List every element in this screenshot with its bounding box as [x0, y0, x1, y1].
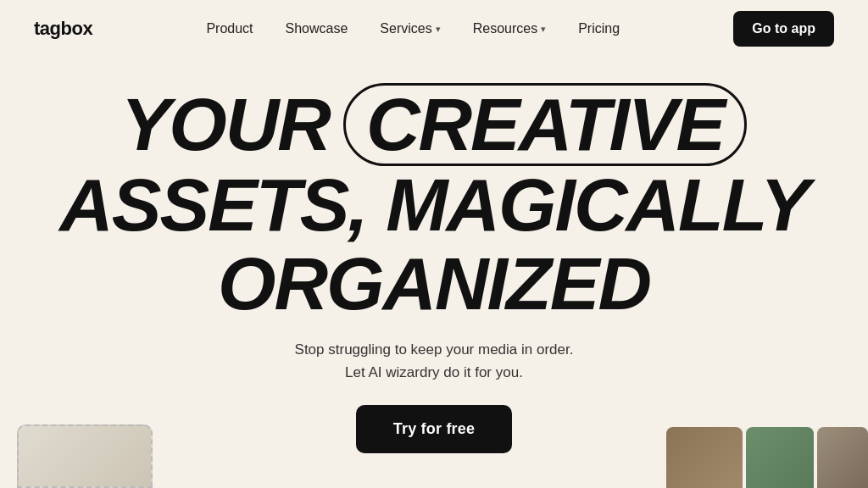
hero-title-word-your: YOUR	[121, 86, 330, 164]
chevron-down-icon: ▾	[436, 24, 441, 35]
nav-item-pricing[interactable]: Pricing	[566, 14, 632, 43]
nav-links: Product Showcase Services ▾ Resources ▾ …	[194, 14, 632, 43]
hero-title-line2: ASSETS, MAGICALLY	[59, 166, 809, 244]
nav-item-resources[interactable]: Resources ▾	[461, 14, 558, 43]
bottom-thumbnails	[0, 420, 868, 488]
thumbnail-left-inner	[17, 424, 153, 488]
nav-item-product[interactable]: Product	[194, 14, 264, 43]
brand-logo[interactable]: tagbox	[34, 18, 92, 40]
hero-creative-pill: CREATIVE	[343, 83, 747, 166]
navbar: tagbox Product Showcase Services ▾ Resou…	[0, 0, 868, 58]
hero-section: YOUR CREATIVE ASSETS, MAGICALLY ORGANIZE…	[0, 58, 868, 453]
hero-title: YOUR CREATIVE ASSETS, MAGICALLY ORGANIZE…	[59, 83, 809, 323]
thumbnail-right-1	[666, 427, 743, 488]
nav-link-services[interactable]: Services ▾	[368, 14, 452, 43]
nav-item-services[interactable]: Services ▾	[368, 14, 452, 43]
hero-subtitle: Stop struggling to keep your media in or…	[295, 338, 574, 384]
go-to-app-button[interactable]: Go to app	[733, 11, 834, 47]
thumbnail-left	[17, 424, 153, 488]
hero-title-line1: YOUR CREATIVE	[59, 83, 809, 166]
thumbnail-right-2	[746, 427, 814, 488]
nav-link-resources[interactable]: Resources ▾	[461, 14, 558, 43]
hero-title-line3: ORGANIZED	[59, 245, 809, 323]
nav-link-pricing[interactable]: Pricing	[566, 14, 632, 43]
thumbnail-right-3	[817, 427, 868, 488]
nav-link-product[interactable]: Product	[194, 14, 264, 43]
chevron-down-icon: ▾	[541, 24, 546, 35]
thumbnails-right	[666, 427, 868, 488]
nav-link-showcase[interactable]: Showcase	[274, 14, 360, 43]
nav-item-showcase[interactable]: Showcase	[274, 14, 360, 43]
hero-subtitle-line2: Let AI wizardry do it for you.	[345, 364, 523, 380]
hero-subtitle-line1: Stop struggling to keep your media in or…	[295, 341, 574, 358]
